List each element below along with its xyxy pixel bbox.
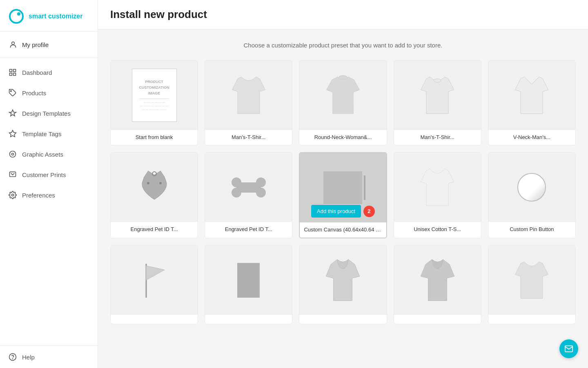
graphic-assets-icon (8, 150, 17, 159)
tshirt-woman-mockup (325, 73, 361, 118)
sidebar-item-graphic-assets-label: Graphic Assets (22, 151, 63, 158)
add-product-button[interactable]: Add this product (311, 205, 361, 218)
product-label-round-neck-woman: Round-Neck-Woman&... (299, 130, 386, 145)
hoodie2-mockup (418, 258, 457, 303)
product-image-custom-pin (488, 153, 575, 222)
sidebar-item-template-tags[interactable]: Template Tags (0, 123, 98, 144)
sidebar-item-dashboard[interactable]: Dashboard (0, 62, 98, 83)
product-card-last[interactable] (488, 245, 576, 324)
product-label-hoodie2 (394, 315, 481, 324)
svg-point-15 (339, 75, 347, 80)
svg-rect-24 (236, 182, 261, 193)
main-header: Install new product (98, 0, 588, 29)
sidebar-item-preferences[interactable]: Preferences (0, 185, 98, 205)
sidebar-item-design-templates-label: Design Templates (22, 110, 71, 117)
product-card-unisex-cotton[interactable]: Unisex Cotton T-S... (394, 152, 481, 238)
my-profile-item[interactable]: My profile (0, 31, 98, 58)
svg-point-12 (12, 194, 14, 196)
svg-rect-3 (10, 70, 12, 72)
email-fab[interactable] (559, 339, 578, 358)
email-icon (564, 344, 573, 353)
page-title: Install new product (110, 8, 576, 21)
vneck-mockup (513, 73, 550, 118)
product-card-mans-tshirt-1[interactable]: Man's-T-Shir... (205, 60, 292, 146)
help-label: Help (22, 354, 35, 361)
product-image-last (488, 245, 575, 315)
product-card-round-neck-woman[interactable]: Round-Neck-Woman&... (299, 60, 387, 146)
main-body: Choose a customizable product preset tha… (98, 29, 588, 368)
product-image-poster (205, 245, 292, 315)
product-label-mans-tshirt-1: Man's-T-Shir... (205, 130, 292, 145)
sidebar-item-preferences-label: Preferences (22, 192, 55, 199)
logo-icon (8, 8, 24, 25)
sidebar-item-products[interactable]: Products (0, 83, 98, 103)
product-card-poster[interactable] (205, 245, 292, 324)
svg-point-2 (12, 42, 15, 45)
sidebar-item-products-label: Products (22, 90, 46, 96)
product-card-custom-canvas[interactable]: Add this product 2 Custom Canvas (40.64x… (299, 152, 387, 238)
sidebar-item-customer-prints[interactable]: Customer Prints (0, 164, 98, 185)
product-image-engraved-pet-cat (111, 153, 198, 222)
product-image-flag (111, 245, 198, 315)
product-image-mans-tshirt-2 (394, 61, 481, 130)
sidebar-footer: Help (0, 346, 98, 368)
svg-point-9 (12, 153, 14, 155)
product-card-hoodie[interactable] (299, 245, 387, 324)
product-image-round-neck-woman (299, 61, 386, 130)
logo-area: smart customizer (0, 0, 98, 31)
main-content: Install new product Choose a customizabl… (98, 0, 588, 368)
product-card-engraved-pet-bone[interactable]: Engraved Pet ID T... (205, 152, 292, 238)
product-image-blank: PRODUCT CUSTOMIZATION IMAGE — — — — — — … (111, 61, 198, 130)
last-tshirt-mockup (513, 258, 550, 303)
product-label-flag (111, 315, 198, 324)
product-label-vneck-mans: V-Neck-Man's... (488, 130, 575, 145)
app-name: smart customizer (29, 13, 83, 20)
svg-point-14 (13, 359, 13, 359)
template-tags-icon (8, 129, 17, 138)
product-card-hoodie2[interactable] (394, 245, 481, 324)
product-label-custom-pin: Custom Pin Button (488, 222, 575, 237)
product-card-custom-pin[interactable]: Custom Pin Button (488, 152, 576, 238)
svg-point-1 (17, 12, 20, 16)
svg-rect-11 (10, 172, 16, 177)
sidebar-nav: Dashboard Products Design Templates (0, 58, 98, 346)
svg-rect-4 (13, 70, 16, 72)
product-label-engraved-pet-bone: Engraved Pet ID T... (205, 222, 292, 237)
product-card-vneck-mans[interactable]: V-Neck-Man's... (488, 60, 576, 146)
hoodie-mockup (323, 258, 362, 303)
product-label-blank: Start from blank (111, 130, 198, 145)
tshirt-back-mockup (230, 73, 267, 118)
product-card-blank[interactable]: PRODUCT CUSTOMIZATION IMAGE — — — — — — … (110, 60, 198, 146)
pet-cat-tag-mockup (136, 169, 173, 206)
profile-label: My profile (22, 41, 49, 48)
svg-point-18 (147, 182, 149, 184)
design-templates-icon (8, 109, 17, 118)
sidebar-item-graphic-assets[interactable]: Graphic Assets (0, 144, 98, 164)
sidebar-item-customer-prints-label: Customer Prints (22, 171, 66, 178)
sidebar-item-dashboard-label: Dashboard (22, 69, 52, 76)
page-subtitle: Choose a customizable product preset tha… (110, 42, 576, 49)
product-card-engraved-pet-cat[interactable]: Engraved Pet ID T... (110, 152, 198, 238)
svg-rect-6 (13, 73, 16, 76)
product-image-hoodie (299, 245, 386, 315)
preferences-icon (8, 191, 17, 200)
sidebar-item-design-templates[interactable]: Design Templates (0, 103, 98, 123)
product-image-custom-canvas: Add this product 2 (300, 153, 386, 222)
product-image-unisex-cotton (394, 153, 481, 222)
help-item[interactable]: Help (8, 352, 89, 361)
pin-button-mockup (517, 173, 546, 202)
product-card-mans-tshirt-2[interactable]: Man's-T-Shir... (394, 60, 481, 146)
product-label-poster (205, 315, 292, 324)
svg-point-0 (10, 10, 23, 23)
sidebar-item-template-tags-label: Template Tags (22, 130, 61, 137)
svg-point-19 (159, 182, 162, 184)
canvas-tooltip-overlay: Add this product 2 (300, 153, 386, 222)
dashboard-icon (8, 68, 17, 77)
product-card-flag[interactable] (110, 245, 198, 324)
sidebar: smart customizer My profile Dashboard (0, 0, 98, 368)
profile-icon (8, 40, 18, 49)
canvas-tooltip: Add this product 2 (311, 205, 375, 218)
product-label-unisex-cotton: Unisex Cotton T-S... (394, 222, 481, 237)
svg-point-10 (10, 151, 16, 157)
bone-tag-mockup (228, 174, 269, 201)
